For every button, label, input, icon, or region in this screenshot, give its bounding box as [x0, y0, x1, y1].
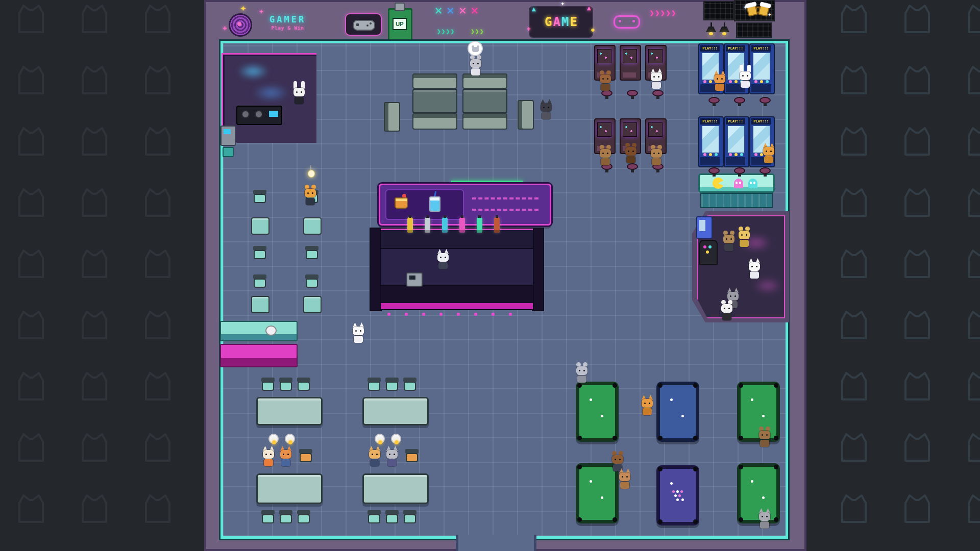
side-counter[interactable] — [220, 321, 298, 341]
side-bench[interactable] — [518, 100, 534, 130]
chair[interactable] — [404, 449, 420, 464]
character-orange-cat-claw[interactable] — [713, 72, 727, 92]
bar-work-area[interactable] — [380, 248, 534, 287]
character-mouse-doorway[interactable] — [469, 57, 483, 77]
booth-table[interactable] — [412, 89, 457, 113]
character-orange-cat-pool[interactable] — [640, 397, 654, 416]
character-bear-pool[interactable] — [610, 453, 625, 472]
character-black-cat[interactable] — [539, 101, 553, 120]
character-tan-cat-dining[interactable] — [368, 448, 382, 467]
chair[interactable] — [278, 510, 293, 525]
chair[interactable] — [402, 510, 418, 525]
character-deer-lounge[interactable] — [722, 233, 736, 252]
character-orange-fox-dining[interactable] — [279, 448, 293, 467]
character-giraffe-lounge[interactable] — [737, 229, 751, 248]
character-orange-cat-standing[interactable] — [762, 145, 776, 164]
mini-mouse-icon — [472, 47, 479, 52]
cash-register[interactable] — [406, 272, 423, 287]
dining-table[interactable] — [362, 397, 429, 425]
chair[interactable] — [304, 274, 320, 290]
stool[interactable] — [627, 163, 638, 172]
chair[interactable] — [252, 274, 267, 290]
chair[interactable] — [260, 378, 276, 393]
dj-deck[interactable] — [236, 106, 282, 125]
vending-machine[interactable] — [696, 216, 713, 239]
pool-table[interactable] — [656, 382, 699, 442]
stool[interactable] — [734, 167, 745, 177]
chair[interactable] — [366, 510, 382, 525]
character-white-cat-arcade[interactable] — [649, 70, 664, 90]
counter-stool[interactable] — [265, 325, 277, 336]
cat-head-pattern-icon — [13, 3, 49, 34]
character-cream-fox-dining[interactable] — [261, 448, 276, 467]
character-brown-cat-pool[interactable] — [618, 470, 632, 490]
doorway-emote-bubble — [468, 41, 483, 56]
character-white-cat-lounge[interactable] — [747, 260, 762, 280]
character-dog-pool[interactable] — [757, 429, 772, 448]
game-letter: A — [553, 15, 560, 29]
side-table[interactable] — [303, 217, 322, 235]
character-rabbit-claw[interactable] — [738, 69, 752, 89]
booth-bench[interactable] — [462, 113, 507, 130]
stool[interactable] — [734, 97, 745, 106]
chair[interactable] — [298, 449, 313, 464]
up-arcade-machine[interactable]: UP — [388, 8, 412, 44]
stool[interactable] — [760, 97, 771, 106]
dining-table[interactable] — [362, 473, 429, 504]
side-table[interactable] — [303, 296, 322, 313]
arcade-cabinet[interactable] — [620, 45, 641, 81]
side-table[interactable] — [251, 217, 270, 235]
claw-machine[interactable]: PLAY!!! — [698, 116, 724, 167]
chair[interactable] — [304, 246, 320, 261]
chair[interactable] — [366, 378, 382, 393]
chair[interactable] — [252, 246, 267, 261]
stool[interactable] — [627, 90, 638, 99]
character-white-cat-walking[interactable] — [351, 324, 365, 344]
booth-bench[interactable] — [412, 113, 457, 130]
cat-head-pattern-icon — [77, 493, 112, 523]
neon-counter[interactable] — [220, 344, 298, 367]
chair[interactable] — [260, 510, 276, 525]
stool[interactable] — [708, 167, 720, 177]
dining-table[interactable] — [256, 473, 323, 504]
chair[interactable] — [296, 510, 311, 525]
character-monkey-arcade-1[interactable] — [598, 147, 612, 166]
character-gray-cat-pool[interactable] — [757, 510, 772, 530]
character-rabbit-dj[interactable] — [292, 86, 306, 105]
side-table[interactable] — [251, 296, 270, 313]
trash-bin[interactable] — [223, 147, 234, 157]
cat-head-pattern-icon — [13, 64, 49, 95]
gamer-text: GAMER — [270, 14, 306, 24]
booth-bench[interactable] — [412, 73, 457, 89]
stool[interactable] — [652, 90, 664, 99]
character-mouse-pool[interactable] — [575, 364, 589, 384]
booth-table[interactable] — [462, 89, 507, 113]
ticket-kiosk[interactable] — [220, 126, 236, 146]
character-monkey-arcade-2[interactable] — [649, 147, 664, 166]
character-panda-lounge[interactable] — [720, 302, 734, 321]
stool[interactable] — [760, 167, 771, 177]
character-bear-arcade[interactable] — [598, 72, 612, 92]
chair[interactable] — [296, 378, 311, 393]
character-gray-cat-dining[interactable] — [385, 448, 399, 467]
chair[interactable] — [252, 190, 267, 205]
chair[interactable] — [384, 510, 400, 525]
bar-back-counter[interactable] — [380, 228, 534, 250]
chair[interactable] — [402, 378, 418, 393]
pool-table[interactable] — [576, 382, 619, 442]
cat-head-pattern-icon — [963, 3, 980, 34]
claw-machine[interactable]: PLAY!!! — [724, 116, 749, 167]
chair[interactable] — [384, 378, 400, 393]
character-tiger-left[interactable] — [303, 187, 317, 206]
side-bench[interactable] — [384, 102, 400, 132]
claw-machine[interactable]: PLAY!!! — [749, 43, 775, 94]
entrance-doorway[interactable] — [456, 535, 536, 551]
bar-front-counter[interactable] — [380, 285, 534, 310]
chair[interactable] — [278, 378, 293, 393]
jukebox[interactable] — [699, 240, 718, 265]
dining-table[interactable] — [256, 397, 323, 425]
pool-table[interactable] — [656, 465, 699, 525]
character-husky-bartender[interactable] — [436, 251, 450, 270]
character-bear-arcade-2[interactable] — [624, 145, 638, 164]
stool[interactable] — [708, 97, 720, 106]
